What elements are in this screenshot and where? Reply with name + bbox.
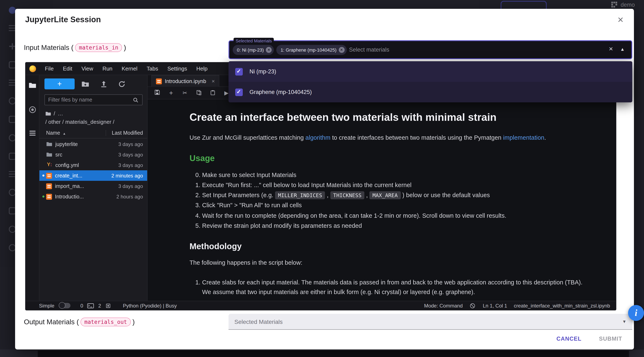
- crumb-separator: /: [54, 110, 55, 118]
- breadcrumb[interactable]: / … / other / materials_designer /: [45, 110, 114, 126]
- column-last-modified[interactable]: Last Modified: [106, 130, 143, 136]
- output-materials-select[interactable]: Selected Materials ▼: [228, 314, 632, 330]
- materials-in-code: materials_in: [75, 43, 122, 52]
- sort-ascending-icon: ▲: [63, 132, 66, 136]
- menu-run[interactable]: Run: [98, 66, 117, 72]
- menu-settings[interactable]: Settings: [163, 66, 192, 72]
- terminal-icon[interactable]: [88, 303, 94, 308]
- file-row-create-interface[interactable]: create_int... 2 minutes ago: [40, 170, 147, 181]
- paste-cell-icon[interactable]: [209, 90, 216, 96]
- materials-search-input[interactable]: [349, 47, 602, 53]
- add-cell-icon[interactable]: +: [167, 89, 175, 97]
- close-icon: ×: [618, 14, 624, 25]
- terminals-count[interactable]: 0: [80, 303, 83, 308]
- intro-paragraph: Use Zur and McGill superlattices matchin…: [190, 133, 602, 143]
- kernel-icon[interactable]: [105, 303, 112, 308]
- collapse-dropdown-icon[interactable]: ▲: [620, 47, 625, 52]
- copy-cell-icon[interactable]: [195, 90, 202, 96]
- selected-chip-0[interactable]: 0: Ni (mp-23) ×: [233, 45, 274, 55]
- notebook-area: Introduction.ipynb × + ✂: [148, 75, 616, 301]
- file-filter-input[interactable]: [48, 97, 132, 103]
- methodology-list: Create slabs for each input material. Th…: [202, 277, 602, 297]
- refresh-icon[interactable]: [118, 80, 126, 88]
- notebook-file-icon: [46, 183, 52, 189]
- file-browser-panel: +: [40, 75, 148, 301]
- file-modified: 3 days ago: [118, 141, 147, 147]
- running-sessions-tab-icon[interactable]: [28, 106, 36, 114]
- materials-out-code: materials_out: [80, 317, 131, 326]
- home-folder-icon[interactable]: [45, 111, 51, 117]
- file-row-import-material[interactable]: import_ma... 3 days ago: [40, 181, 147, 191]
- implementation-link[interactable]: implementation: [503, 134, 544, 141]
- active-file-name[interactable]: create_interface_with_min_strain_zsl.ipy…: [514, 303, 610, 308]
- menu-edit[interactable]: Edit: [58, 66, 77, 72]
- kernels-count[interactable]: 2: [98, 303, 101, 308]
- menu-view[interactable]: View: [77, 66, 98, 72]
- file-row-src[interactable]: src 3 days ago: [40, 149, 147, 160]
- crumb-path[interactable]: / other / materials_designer /: [45, 118, 114, 126]
- save-icon[interactable]: [154, 89, 161, 97]
- tab-introduction-ipynb[interactable]: Introduction.ipynb ×: [151, 75, 220, 87]
- crumb-ellipsis[interactable]: …: [58, 110, 63, 118]
- intro-text: Use Zur and McGill superlattices matchin…: [190, 134, 306, 141]
- file-browser-tab-icon[interactable]: [28, 81, 36, 89]
- chip-remove-icon[interactable]: ×: [338, 47, 344, 53]
- methodology-text: We assume that two input materials are e…: [202, 289, 475, 295]
- intro-text: .: [544, 134, 546, 141]
- info-fab[interactable]: i: [628, 305, 644, 321]
- new-launcher-button[interactable]: +: [44, 79, 75, 89]
- notebook-icon: [156, 78, 162, 84]
- tab-close-icon[interactable]: ×: [212, 78, 215, 84]
- chip-label: 1: Graphene (mp-1040425): [280, 47, 336, 52]
- file-row-jupyterlite[interactable]: jupyterlite 3 days ago: [40, 139, 147, 149]
- methodology-item-1: Create slabs for each input material. Th…: [202, 277, 602, 297]
- input-materials-label: Input Materials (materials_in): [24, 43, 126, 52]
- menu-option-graphene-mp-1040425[interactable]: Graphene (mp-1040425): [228, 82, 632, 102]
- menu-kernel[interactable]: Kernel: [117, 66, 142, 72]
- menu-help[interactable]: Help: [192, 66, 212, 72]
- checkbox-checked-icon[interactable]: [235, 68, 243, 75]
- column-name[interactable]: Name▲: [46, 130, 66, 136]
- chip-remove-icon[interactable]: ×: [266, 47, 272, 53]
- menu-tabs[interactable]: Tabs: [142, 66, 163, 72]
- running-indicator: [42, 175, 44, 177]
- dialog-title: JupyterLite Session: [25, 15, 101, 24]
- usage-text: ,: [364, 192, 370, 198]
- file-filter-field[interactable]: [44, 94, 142, 105]
- selected-materials-field[interactable]: Selected Materials 0: Ni (mp-23) × 1: Gr…: [228, 40, 632, 59]
- output-select-value: Selected Materials: [234, 318, 282, 325]
- table-of-contents-tab-icon[interactable]: [28, 129, 36, 137]
- output-label-close-paren: ): [132, 318, 135, 326]
- field-legend: Selected Materials: [234, 38, 274, 44]
- usage-text: ) below or use the default values: [400, 192, 490, 198]
- usage-item-3: Click "Run" > "Run All" to run all cells: [202, 201, 602, 210]
- selected-chip-1[interactable]: 1: Graphene (mp-1040425) ×: [276, 45, 346, 55]
- output-label-text: Output Materials (: [24, 318, 79, 326]
- yaml-file-icon: [46, 162, 52, 168]
- file-row-config-yml[interactable]: config.yml 3 days ago: [40, 160, 147, 170]
- option-label: Ni (mp-23): [250, 68, 276, 75]
- file-name: config.yml: [55, 162, 79, 168]
- simple-mode-toggle[interactable]: [58, 303, 70, 308]
- close-button[interactable]: ×: [614, 13, 627, 27]
- cursor-position[interactable]: Ln 1, Col 1: [483, 303, 507, 308]
- upload-icon[interactable]: [100, 80, 108, 88]
- clear-selection-icon[interactable]: ×: [609, 45, 613, 53]
- cut-cell-icon[interactable]: ✂: [181, 90, 189, 96]
- cancel-button[interactable]: CANCEL: [556, 335, 582, 342]
- menu-file[interactable]: File: [40, 66, 58, 72]
- algorithm-link[interactable]: algorithm: [306, 134, 330, 141]
- file-row-introduction[interactable]: Introductio... 2 hours ago: [40, 191, 147, 202]
- menu-option-ni-mp-23[interactable]: Ni (mp-23): [228, 61, 632, 82]
- file-modified: 2 hours ago: [116, 194, 147, 199]
- kernel-status[interactable]: Python (Pyodide) | Busy: [123, 303, 177, 308]
- notebook-document: Create an interface between two material…: [148, 99, 616, 301]
- notifications-off-icon[interactable]: [469, 303, 476, 308]
- command-mode-indicator[interactable]: Mode: Command: [424, 303, 463, 308]
- new-folder-icon[interactable]: [81, 80, 89, 88]
- usage-heading: Usage: [190, 154, 602, 163]
- notebook-title-heading: Create an interface between two material…: [190, 111, 602, 123]
- submit-button[interactable]: SUBMIT: [599, 335, 622, 342]
- checkbox-checked-icon[interactable]: [235, 88, 243, 96]
- input-label-text: Input Materials (: [24, 44, 74, 52]
